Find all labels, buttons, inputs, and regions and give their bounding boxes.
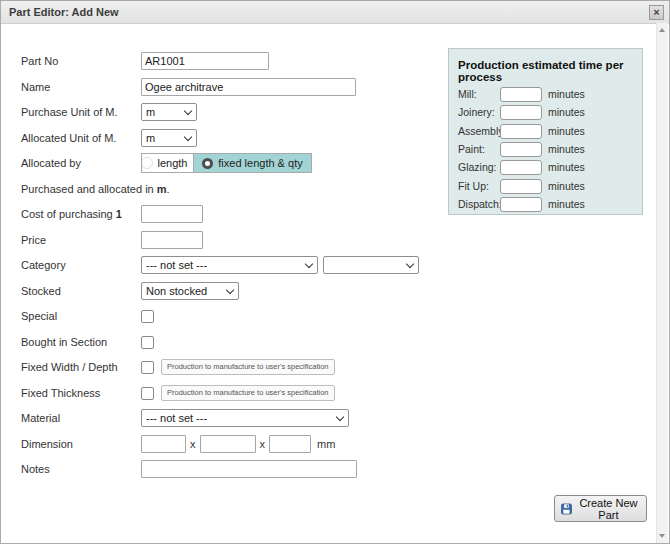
row-cost: Cost of purchasing 1 — [21, 205, 203, 223]
row-notes: Notes — [21, 460, 357, 478]
row-dimension: Dimension x x mm — [21, 435, 335, 453]
mill-label: Mill: — [458, 88, 500, 100]
row-special: Special — [21, 307, 154, 325]
glazing-minutes-input[interactable] — [500, 160, 542, 175]
fixed-width-depth-label: Fixed Width / Depth — [21, 361, 141, 373]
vertical-scrollbar[interactable] — [656, 23, 668, 543]
radio-selected-icon — [202, 158, 213, 169]
production-row-glazing: Glazing: minutes — [458, 159, 585, 175]
part-no-input[interactable] — [141, 52, 269, 70]
production-row-assembly: Assembly: minutes — [458, 123, 585, 139]
row-name: Name — [21, 78, 356, 96]
row-allocated-unit: Allocated Unit of M. m — [21, 129, 197, 147]
joinery-label: Joinery: — [458, 106, 500, 118]
dimension-depth-input[interactable] — [200, 435, 256, 453]
glazing-label: Glazing: — [458, 161, 500, 173]
fixed-width-depth-spec-button[interactable]: Production to manufacture to user's spec… — [161, 359, 335, 375]
close-icon[interactable]: × — [649, 5, 664, 20]
stocked-select[interactable]: Non stocked — [141, 282, 239, 300]
bought-in-section-checkbox[interactable] — [141, 336, 154, 349]
scroll-down-icon[interactable] — [659, 534, 665, 538]
production-row-dispatch: Dispatch: minutes — [458, 196, 585, 212]
allocated-by-length-option[interactable]: length — [142, 154, 194, 172]
price-label: Price — [21, 234, 141, 246]
radio-unselected-icon — [142, 157, 153, 169]
row-category: Category --- not set --- — [21, 256, 419, 274]
price-input[interactable] — [141, 231, 203, 249]
row-fixed-thickness: Fixed Thickness Production to manufactur… — [21, 384, 335, 402]
joinery-unit-label: minutes — [548, 106, 585, 118]
subcategory-select[interactable] — [323, 256, 419, 274]
fixed-thickness-spec-button[interactable]: Production to manufacture to user's spec… — [161, 385, 335, 401]
row-fixed-width-depth: Fixed Width / Depth Production to manufa… — [21, 358, 335, 376]
stocked-select-wrap: Non stocked — [141, 282, 239, 300]
dimension-separator: x — [260, 438, 266, 450]
paint-label: Paint: — [458, 143, 500, 155]
row-material: Material --- not set --- — [21, 409, 349, 427]
cost-label: Cost of purchasing 1 — [21, 208, 141, 220]
material-label: Material — [21, 412, 141, 424]
row-price: Price — [21, 231, 203, 249]
row-purchased-note: Purchased and allocated in m. — [21, 180, 170, 198]
dimension-thickness-input[interactable] — [269, 435, 311, 453]
dimension-width-input[interactable] — [141, 435, 186, 453]
cost-label-text: Cost of purchasing — [21, 208, 116, 220]
allocated-unit-select-wrap: m — [141, 129, 197, 147]
material-select[interactable]: --- not set --- — [141, 409, 349, 427]
paint-minutes-input[interactable] — [500, 142, 542, 157]
mill-minutes-input[interactable] — [500, 87, 542, 102]
notes-input[interactable] — [141, 460, 357, 478]
material-select-wrap: --- not set --- — [141, 409, 349, 427]
mill-unit-label: minutes — [548, 88, 585, 100]
category-select[interactable]: --- not set --- — [141, 256, 318, 274]
fixed-thickness-checkbox[interactable] — [141, 387, 154, 400]
dialog-title: Part Editor: Add New — [9, 6, 119, 18]
allocated-by-toggle: length fixed length & qty — [141, 153, 312, 173]
production-time-panel: Production estimated time per process Mi… — [448, 48, 643, 215]
allocated-by-fixed-label: fixed length & qty — [218, 157, 302, 169]
create-new-part-button[interactable]: Create New Part — [554, 495, 647, 522]
fit-up-label: Fit Up: — [458, 180, 500, 192]
purchase-unit-select[interactable]: m — [141, 103, 197, 121]
category-select-wrap: --- not set --- — [141, 256, 318, 274]
allocated-unit-select[interactable]: m — [141, 129, 197, 147]
fixed-width-depth-checkbox[interactable] — [141, 361, 154, 374]
row-part-no: Part No — [21, 52, 269, 70]
joinery-minutes-input[interactable] — [500, 105, 542, 120]
production-row-paint: Paint: minutes — [458, 141, 585, 157]
purchased-note: Purchased and allocated in m. — [21, 183, 170, 195]
allocated-by-label: Allocated by — [21, 157, 141, 169]
allocated-by-fixed-option[interactable]: fixed length & qty — [194, 154, 311, 172]
cost-label-qty: 1 — [116, 208, 122, 220]
paint-unit-label: minutes — [548, 143, 585, 155]
special-checkbox[interactable] — [141, 310, 154, 323]
assembly-unit-label: minutes — [548, 125, 585, 137]
production-row-joinery: Joinery: minutes — [458, 104, 585, 120]
purchased-note-unit: m — [157, 183, 167, 195]
purchase-unit-select-wrap: m — [141, 103, 197, 121]
production-panel-title: Production estimated time per process — [458, 59, 642, 83]
part-no-label: Part No — [21, 55, 141, 67]
row-allocated-by: Allocated by length fixed length & qty — [21, 154, 312, 172]
special-label: Special — [21, 310, 141, 322]
glazing-unit-label: minutes — [548, 161, 585, 173]
production-row-mill: Mill: minutes — [458, 86, 585, 102]
dimension-label: Dimension — [21, 438, 141, 450]
fit-up-minutes-input[interactable] — [500, 179, 542, 194]
row-purchase-unit: Purchase Unit of M. m — [21, 103, 197, 121]
notes-label: Notes — [21, 463, 141, 475]
name-input[interactable] — [141, 78, 356, 96]
fit-up-unit-label: minutes — [548, 180, 585, 192]
dimension-unit-label: mm — [317, 438, 335, 450]
dispatch-minutes-input[interactable] — [500, 197, 542, 212]
part-editor-dialog: Part Editor: Add New × Part No Name Purc… — [0, 0, 670, 544]
subcategory-select-wrap — [323, 256, 419, 274]
dispatch-unit-label: minutes — [548, 198, 585, 210]
assembly-minutes-input[interactable] — [500, 124, 542, 139]
cost-input[interactable] — [141, 205, 203, 223]
purchased-note-suffix: . — [167, 183, 170, 195]
purchased-note-prefix: Purchased and allocated in — [21, 183, 157, 195]
scroll-up-icon[interactable] — [659, 28, 665, 32]
allocated-unit-label: Allocated Unit of M. — [21, 132, 141, 144]
category-label: Category — [21, 259, 141, 271]
